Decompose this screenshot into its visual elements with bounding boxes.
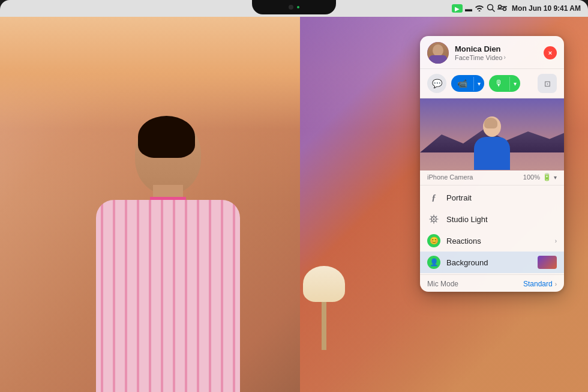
close-button[interactable]: × (544, 46, 557, 59)
menu-item-background[interactable]: 👤 Background (420, 252, 564, 273)
person-figure (84, 104, 252, 392)
wifi-menubar-icon (475, 4, 484, 13)
background-thumbnail (538, 256, 557, 269)
battery-percent: 100% (523, 173, 540, 181)
battery-menubar-icon: ▬ (465, 5, 472, 13)
screen-share-icon: ⊡ (544, 79, 551, 88)
mic-mode-value-group: Standard › (523, 280, 557, 288)
reactions-arrow-icon: › (555, 238, 557, 244)
vp-head (483, 116, 501, 137)
avatar-body-shape (429, 55, 447, 64)
person-shirt (96, 200, 240, 392)
svg-point-3 (503, 7, 506, 10)
lamp-base (322, 302, 326, 350)
avatar-head-shape (433, 44, 443, 56)
message-icon: 💬 (432, 79, 442, 88)
reactions-icon: 😊 (427, 234, 440, 247)
svg-point-2 (499, 5, 502, 8)
facetime-menubar-icon[interactable]: ▶ (452, 4, 463, 13)
portrait-icon: ƒ (427, 191, 440, 204)
mic-button-group[interactable]: 🎙 ▾ (489, 75, 520, 92)
mic-mode-arrow-icon: › (555, 281, 557, 288)
menu-item-portrait[interactable]: ƒ Portrait (420, 187, 564, 208)
camera-header-row: iPhone Camera 100% 🔋 ▾ (420, 170, 564, 184)
control-center-icon[interactable] (497, 4, 507, 13)
contact-app-name: FaceTime Video (455, 54, 502, 61)
notification-panel: Monica Dien FaceTime Video › × 💬 (420, 36, 564, 292)
mic-button-main[interactable]: 🎙 (489, 75, 509, 92)
portrait-label: Portrait (446, 193, 557, 202)
mic-mode-row[interactable]: Mic Mode Standard › (420, 276, 564, 292)
camera-notch (252, 0, 336, 14)
video-icon: 📹 (457, 79, 467, 88)
studio-light-icon (427, 213, 440, 226)
screen-content: Monica Dien FaceTime Video › × 💬 (0, 17, 588, 392)
menu-item-reactions[interactable]: 😊 Reactions › (420, 230, 564, 252)
menu-divider-top (420, 185, 564, 185)
reactions-emoji-icon: 😊 (430, 237, 439, 245)
search-menubar-icon[interactable] (487, 4, 495, 14)
camera-battery-info: 100% 🔋 ▾ (523, 173, 557, 181)
video-button-group[interactable]: 📹 ▾ (451, 75, 484, 92)
mic-icon: 🎙 (495, 79, 503, 88)
background-label: Background (446, 258, 532, 267)
close-icon: × (548, 50, 552, 56)
person-hair (138, 116, 195, 158)
mic-mode-label: Mic Mode (427, 280, 458, 288)
person-background-icon: 👤 (430, 258, 439, 267)
contact-info: Monica Dien FaceTime Video › (455, 44, 538, 61)
action-row: 💬 📹 ▾ 🎙 ▾ (420, 69, 564, 98)
svg-point-7 (433, 219, 435, 220)
battery-icon: 🔋 (542, 173, 551, 181)
contact-app: FaceTime Video › (455, 54, 538, 61)
notch-indicator (297, 6, 299, 8)
contact-app-arrow: › (503, 54, 505, 61)
notification-header: Monica Dien FaceTime Video › × (420, 36, 564, 69)
camera-icon: ▶ (455, 5, 460, 12)
menubar-time: Mon Jun 10 9:41 AM (512, 4, 581, 13)
dropdown-menu: ƒ Portrait Studio Light (420, 185, 564, 292)
vp-hair (484, 118, 497, 128)
reactions-label: Reactions (446, 237, 549, 246)
menu-item-studio-light[interactable]: Studio Light (420, 208, 564, 230)
person-area (18, 35, 318, 392)
camera-source-label: iPhone Camera (427, 173, 473, 181)
video-button-main[interactable]: 📹 (451, 75, 473, 92)
chevron-down-mic-icon: ▾ (514, 80, 517, 87)
video-chevron[interactable]: ▾ (473, 77, 484, 91)
screen-share-button[interactable]: ⊡ (538, 74, 557, 93)
vp-body (474, 137, 510, 170)
video-person (471, 116, 513, 170)
menu-divider-bottom (420, 274, 564, 275)
video-preview (420, 98, 564, 170)
studio-light-label: Studio Light (446, 215, 557, 224)
contact-name: Monica Dien (455, 44, 538, 54)
svg-line-1 (493, 9, 495, 11)
background-icon: 👤 (427, 256, 440, 269)
message-button[interactable]: 💬 (427, 74, 446, 93)
mic-chevron[interactable]: ▾ (509, 77, 520, 91)
mic-mode-value: Standard (523, 280, 553, 288)
chevron-down-icon: ▾ (478, 80, 481, 87)
contact-avatar (427, 42, 449, 64)
notch-camera (289, 5, 293, 10)
mac-display: ▶ ▬ Mon Jun 10 9:41 AM (0, 0, 588, 392)
person-head (135, 116, 201, 194)
camera-expand-icon[interactable]: ▾ (554, 174, 557, 181)
avatar-inner (427, 42, 449, 64)
